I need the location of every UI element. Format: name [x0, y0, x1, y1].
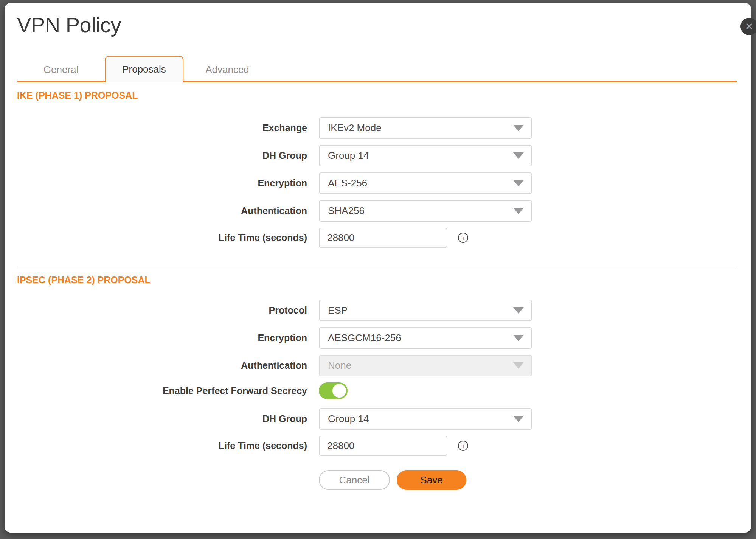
- life-time2-row: Life Time (seconds) i: [17, 436, 737, 456]
- encryption-value: AES-256: [328, 177, 367, 189]
- authentication2-dropdown-disabled: None: [319, 355, 532, 376]
- dh-group2-dropdown[interactable]: Group 14: [319, 408, 532, 430]
- authentication-label: Authentication: [17, 205, 307, 216]
- encryption2-label: Encryption: [17, 332, 307, 343]
- life-time-label: Life Time (seconds): [17, 232, 307, 243]
- authentication2-value: None: [328, 360, 351, 371]
- exchange-dropdown[interactable]: IKEv2 Mode: [319, 117, 532, 139]
- life-time2-label: Life Time (seconds): [17, 440, 307, 451]
- info-icon[interactable]: i: [458, 441, 468, 451]
- encryption-label: Encryption: [17, 178, 307, 189]
- tab-bar: General Proposals Advanced: [17, 56, 737, 82]
- life-time-row: Life Time (seconds) i: [17, 228, 737, 248]
- chevron-down-icon: [513, 362, 524, 369]
- chevron-down-icon: [513, 416, 524, 422]
- pfs-toggle-on[interactable]: [319, 382, 348, 399]
- dh-group2-row: DH Group Group 14: [17, 408, 737, 430]
- authentication-value: SHA256: [328, 205, 365, 217]
- tab-proposals[interactable]: Proposals: [105, 56, 183, 82]
- protocol-value: ESP: [328, 304, 348, 316]
- authentication2-label: Authentication: [17, 360, 307, 371]
- encryption2-dropdown[interactable]: AESGCM16-256: [319, 327, 532, 349]
- encryption-dropdown[interactable]: AES-256: [319, 172, 532, 194]
- ipsec-phase2-heading: IPSEC (PHASE 2) PROPOSAL: [17, 274, 737, 286]
- encryption2-row: Encryption AESGCM16-256: [17, 327, 737, 349]
- authentication-dropdown[interactable]: SHA256: [319, 200, 532, 222]
- life-time2-input[interactable]: [319, 436, 447, 456]
- toggle-knob: [332, 384, 346, 398]
- close-icon[interactable]: ✕: [740, 18, 756, 35]
- tab-general[interactable]: General: [22, 57, 100, 82]
- encryption-row: Encryption AES-256: [17, 172, 737, 194]
- dh-group2-value: Group 14: [328, 413, 369, 425]
- vpn-policy-dialog: VPN Policy General Proposals Advanced IK…: [5, 3, 751, 533]
- protocol-label: Protocol: [17, 305, 307, 316]
- encryption2-value: AESGCM16-256: [328, 332, 401, 344]
- ike-phase1-heading: IKE (PHASE 1) PROPOSAL: [17, 90, 737, 101]
- chevron-down-icon: [513, 180, 524, 186]
- authentication-row: Authentication SHA256: [17, 200, 737, 222]
- info-icon[interactable]: i: [458, 233, 468, 243]
- pfs-label: Enable Perfect Forward Secrecy: [17, 385, 307, 396]
- dh-group2-label: DH Group: [17, 413, 307, 424]
- save-button[interactable]: Save: [397, 470, 466, 490]
- section-divider: [17, 267, 737, 267]
- dh-group-value: Group 14: [328, 150, 369, 162]
- dh-group-dropdown[interactable]: Group 14: [319, 145, 532, 166]
- dh-group-row: DH Group Group 14: [17, 145, 737, 166]
- chevron-down-icon: [513, 335, 524, 341]
- exchange-value: IKEv2 Mode: [328, 122, 382, 134]
- tab-advanced[interactable]: Advanced: [188, 57, 267, 82]
- chevron-down-icon: [513, 152, 524, 159]
- chevron-down-icon: [513, 208, 524, 214]
- dialog-footer: Cancel Save: [319, 470, 737, 490]
- chevron-down-icon: [513, 125, 524, 131]
- protocol-dropdown[interactable]: ESP: [319, 300, 532, 321]
- life-time-input[interactable]: [319, 228, 447, 248]
- protocol-row: Protocol ESP: [17, 300, 737, 321]
- dh-group-label: DH Group: [17, 150, 307, 161]
- chevron-down-icon: [513, 307, 524, 314]
- page-title: VPN Policy: [17, 3, 737, 37]
- authentication2-row: Authentication None: [17, 355, 737, 376]
- exchange-label: Exchange: [17, 123, 307, 134]
- cancel-button[interactable]: Cancel: [319, 470, 390, 490]
- pfs-row: Enable Perfect Forward Secrecy: [17, 382, 737, 399]
- exchange-row: Exchange IKEv2 Mode: [17, 117, 737, 139]
